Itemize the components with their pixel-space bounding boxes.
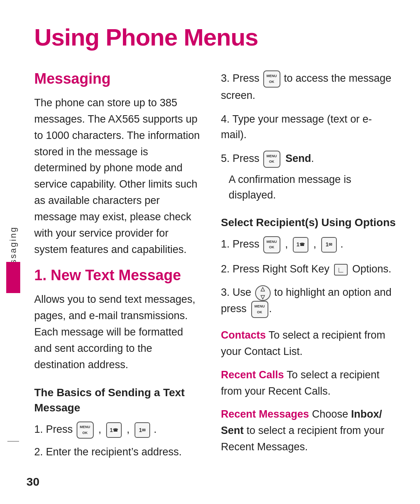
messaging-heading: Messaging — [34, 70, 201, 87]
key-1-button-3: 1 ☎ — [293, 237, 308, 253]
menu-ok-button-2: MENU OK — [263, 70, 280, 88]
page-container: Messaging Using Phone Menus Messaging Th… — [0, 0, 420, 504]
basics-step1-text: 1. Press MENU OK , 1 ☎ , 1 — [34, 421, 157, 439]
select-step3: 3. Use △▽ to highlight an option and pre… — [221, 284, 397, 318]
recent-calls-label: Recent Calls — [221, 369, 284, 381]
select-recipients-heading: Select Recipient(s) Using Options — [221, 215, 397, 230]
right-step3: 3. Press MENU OK to access the message s… — [221, 70, 397, 104]
right-step4: 4. Type your message (text or e-mail). — [221, 111, 397, 143]
contacts-label: Contacts — [221, 329, 266, 341]
key-1-button-1: 1 ☎ — [106, 422, 122, 438]
page-number: 30 — [26, 475, 39, 488]
right-column: 3. Press MENU OK to access the message s… — [221, 70, 397, 465]
recent-calls-entry: Recent Calls To select a recipient from … — [221, 367, 397, 400]
sidebar: Messaging — [0, 0, 26, 504]
select-step2: 2. Press Right Soft Key ∟ Options. — [221, 261, 397, 277]
inbox-sent-text: to select a recipient from your Recent M… — [221, 425, 384, 453]
page-title: Using Phone Menus — [34, 23, 397, 51]
main-content: Using Phone Menus Messaging The phone ca… — [26, 0, 420, 504]
messaging-intro: The phone can store up to 385 messages. … — [34, 95, 201, 258]
key-1-button-2: 1 ✉ — [135, 422, 150, 438]
left-column: Messaging The phone can store up to 385 … — [34, 70, 201, 465]
menu-ok-button-1: MENU OK — [77, 421, 94, 439]
recent-messages-text: Choose — [312, 408, 348, 420]
recent-messages-label: Recent Messages — [221, 408, 309, 420]
basics-step2: 2. Enter the recipient’s address. — [34, 444, 201, 460]
two-column-layout: Messaging The phone can store up to 385 … — [34, 70, 397, 465]
sidebar-bar — [6, 262, 20, 293]
nav-button: △▽ — [255, 285, 271, 301]
recent-messages-entry: Recent Messages Choose Inbox/ Sent to se… — [221, 406, 397, 455]
new-text-message-body: Allows you to send text messages, pages,… — [34, 292, 201, 373]
select-step1: 1. Press MENU OK , 1 ☎ , 1 — [221, 236, 397, 253]
sidebar-line — [7, 441, 19, 442]
right-step5: 5. Press MENU OK Send. — [221, 151, 397, 168]
menu-ok-button-3: MENU OK — [263, 151, 280, 168]
basics-heading: The Basics of Sending a Text Message — [34, 385, 201, 415]
soft-key-icon: ∟ — [334, 264, 348, 276]
new-text-message-heading: 1. New Text Message — [34, 267, 201, 284]
menu-ok-button-4: MENU OK — [263, 236, 280, 253]
contacts-entry: Contacts To select a recipient from your… — [221, 327, 397, 360]
confirmation-text: A confirmation message is displayed. — [229, 172, 397, 203]
menu-ok-button-5: MENU OK — [251, 301, 268, 318]
key-1-button-4: 1 ✉ — [321, 237, 337, 253]
basics-step1: 1. Press MENU OK , 1 ☎ , 1 — [34, 421, 201, 439]
send-label: Send — [285, 153, 311, 164]
